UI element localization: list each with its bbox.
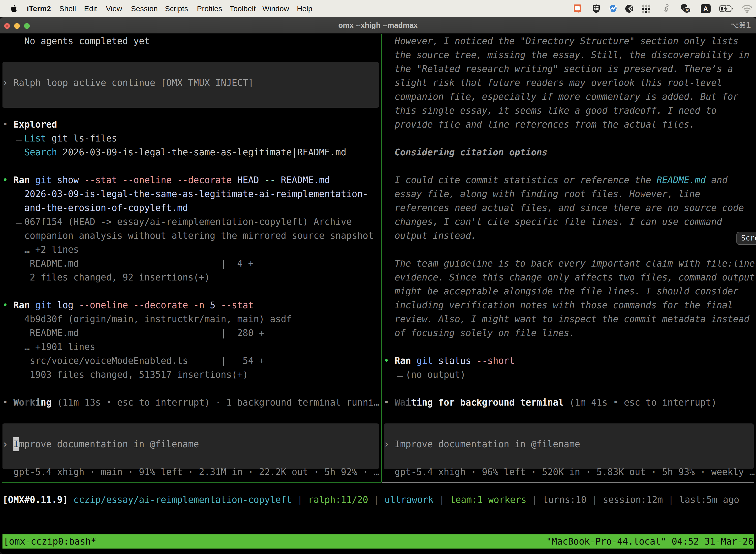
status-segment: | [526,494,543,505]
status-segment: | [586,494,603,505]
macos-menu-bar: iTerm2ShellEditViewSessionScriptsProfile… [0,0,756,17]
tmux-pane-left[interactable]: No agents completed yet› Ralph loop acti… [2,34,381,479]
terminal-line: gpt-5.4 xhigh · main · 91% left · 2.31M … [2,465,379,479]
terminal-line: essay file, along with finding root file… [384,187,700,201]
terminal-line: Search 2026-03-09-is-legal-the-same-as-l… [2,146,346,159]
tmux-session-label: [omx-cczip0:bash* [3,535,96,549]
window-titlebar[interactable]: omx --xhigh --madmax ⌥⌘1 [0,17,756,34]
tmux-pane-divider[interactable] [381,34,382,482]
terminal-line: references need actual files, and since … [384,201,744,215]
terminal-line: The team guideline is to back every impo… [384,257,755,271]
terminal-line: evidence. Since this change only affects… [384,271,755,284]
terminal-line: the "Related research writing" section i… [384,62,733,76]
terminal-line: 4b9d30f (origin/main, instructkr/main, m… [2,312,292,326]
terminal-line: • Working (11m 13s • esc to interrupt) ·… [2,396,379,409]
omx-status-line: [OMX#0.11.9] cczip/essay/ai-reimplementa… [2,493,739,507]
shield-grid-icon[interactable] [592,4,600,13]
terminal-line: • Explored [2,118,57,131]
terminal-line: src/voice/voiceModeEnabled.ts | 54 + [2,354,264,368]
terminal-line: Considering citation options [384,146,548,159]
status-segment: ralph:11/20 [308,494,368,505]
zoom-button[interactable] [24,23,30,29]
tmux-pane-right[interactable]: However, I noticed the "Directory Struct… [384,34,756,479]
wifi-icon[interactable] [742,4,753,13]
screen: iTerm2ShellEditViewSessionScriptsProfile… [0,0,756,554]
chat-app-icon[interactable] [573,4,581,13]
terminal-line: 067f154 (HEAD -> essay/ai-reimplementati… [2,215,352,229]
terminal-line: • Ran git status --short [384,354,515,368]
terminal-line: companion analysis without altering the … [2,229,374,243]
pane-border-bottom-left [2,482,381,483]
terminal-line: companion file, especially if more comme… [384,90,738,104]
camera-circle-icon[interactable] [625,4,633,13]
terminal-line: 2 files changed, 92 insertions(+) [2,271,210,284]
menubar-status-icons: ..61 A [0,0,756,17]
terminal-line: gpt-5.4 xhigh · 96% left · 520K in · 5.8… [384,465,755,479]
terminal-line: • Waiting for background terminal (1m 41… [384,396,716,409]
cloud-badge-label: ..61 [684,8,690,12]
status-segment [68,494,73,505]
keyboard-layout-label: A [703,5,708,12]
status-segment: turns:10 [543,494,586,505]
terminal-line: the source tree, missing the essay. Stil… [384,48,749,62]
status-segment: | [292,494,308,505]
status-segment: cczip/essay/ai-reimplementation-copyleft [73,494,292,505]
terminal-line: › Improve documentation in @filename [384,437,580,451]
terminal-line: I could cite commit statistics or refere… [384,173,728,187]
status-segment: [OMX#0.11.9] [2,494,68,505]
minimize-button[interactable] [14,23,20,29]
terminal-line: No agents completed yet [2,34,150,48]
screen-overlay-pill[interactable]: Screen [737,232,756,245]
terminal-line: 2026-03-09-is-legal-the-same-as-legitima… [2,187,368,201]
tmux-status-bar: [omx-cczip0:bash* "MacBook-Pro-44.local"… [2,535,754,549]
seahorse-icon[interactable] [663,4,669,14]
screen-overlay-label: Screen [741,233,756,242]
terminal-line: README.md | 4 + [2,257,253,271]
terminal-line: • Ran git show --stat --oneline --decora… [2,173,330,187]
status-segment: last:5m ago [679,494,739,505]
status-segment: ultrawork [384,494,434,505]
status-segment: session:12m [603,494,663,505]
dots-grid-icon[interactable] [641,4,651,13]
terminal-line: README.md | 280 + [2,326,264,340]
terminal[interactable]: No agents completed yet› Ralph loop acti… [0,34,756,554]
cloud-badge-icon[interactable]: ..61 [680,4,691,14]
terminal-line: (no output) [384,368,465,382]
activity-blue-icon[interactable] [609,4,618,13]
terminal-line: of focusing solely on file lines. [384,326,575,340]
keyboard-layout-icon[interactable]: A [700,4,711,13]
terminal-line: › Improve documentation in @filename [2,437,199,451]
close-button[interactable] [4,23,10,29]
status-segment: | [368,494,384,505]
terminal-line: this single essay, it seems like a good … [384,104,716,118]
status-segment: | [663,494,679,505]
terminal-line: including verification notes with those … [384,298,733,312]
cursor-block[interactable]: I [13,437,19,451]
terminal-line: review. Also, I might want to inspect th… [384,312,749,326]
terminal-line: changes, I can't cite specific file line… [384,215,722,229]
terminal-line: output instead. [384,229,477,243]
terminal-line: List git ls-files [2,131,117,146]
iterm2-window: omx --xhigh --madmax ⌥⌘1 No agents compl… [0,17,756,554]
status-segment: | [434,494,450,505]
terminal-line: 1903 files changed, 513517 insertions(+) [2,368,248,382]
terminal-line: However, I noticed the "Directory Struct… [384,34,738,48]
terminal-line: and-the-erosion-of-copyleft.md [2,201,188,215]
terminal-line: › Ralph loop active continue [OMX_TMUX_I… [2,76,253,90]
status-segment: team:1 workers [450,494,526,505]
terminal-line: • Ran git log --oneline --decorate -n 5 … [2,298,253,312]
tmux-host-clock: "MacBook-Pro-44.local" 04:52 31-Mar-26 [546,535,754,549]
terminal-line: slight risk that future readers may over… [384,76,722,90]
terminal-line: might be acceptable alongside the file l… [384,284,738,298]
terminal-line: … +2 lines [2,243,79,257]
window-title: omx --xhigh --madmax [338,17,418,33]
battery-charging-icon[interactable] [719,5,733,12]
window-shortcut-badge: ⌥⌘1 [731,17,751,33]
terminal-line: … +1901 lines [2,340,95,354]
pane-border-bottom-right [382,482,754,483]
terminal-line: provide file and line references from th… [384,118,695,131]
